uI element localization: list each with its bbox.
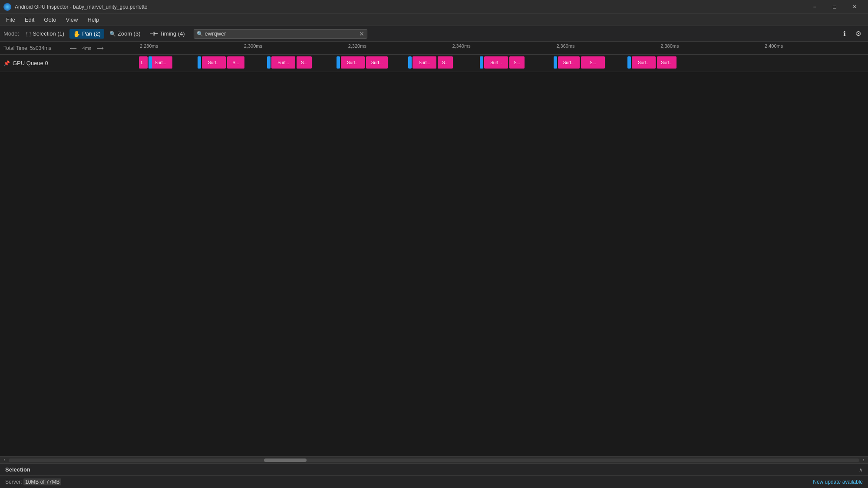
- scroll-thumb[interactable]: [264, 459, 307, 462]
- block-surf-8[interactable]: Surf...: [558, 56, 580, 69]
- block-surf-9[interactable]: Surf...: [632, 56, 656, 69]
- block-blue-5[interactable]: [408, 56, 412, 69]
- bottom-panel-title: Selection: [5, 466, 859, 473]
- gpu-queue-label: 📌 GPU Queue 0: [0, 60, 139, 66]
- block-blue-2[interactable]: [198, 56, 201, 69]
- block-s-2[interactable]: S...: [297, 56, 312, 69]
- block-surf-5[interactable]: Surf...: [366, 56, 388, 69]
- collapse-icon[interactable]: ∧: [859, 467, 863, 473]
- app-icon: [3, 3, 11, 11]
- tick-0: 2,280ms: [139, 42, 158, 54]
- server-label: Server:: [5, 479, 23, 485]
- menu-help[interactable]: Help: [83, 15, 104, 25]
- time-ruler: 2,280ms 2,300ms 2,320ms 2,340ms 2,360ms …: [139, 42, 868, 54]
- tick-4: 2,360ms: [555, 42, 574, 54]
- block-s-5[interactable]: S...: [581, 56, 605, 69]
- block-blue-4[interactable]: [337, 56, 340, 69]
- block-blue-1[interactable]: [149, 56, 152, 69]
- tick-5: 2,380ms: [660, 42, 679, 54]
- timeline-header: Total Time: 5s034ms ⟵ 4ms ⟶ 2,280ms 2,30…: [0, 42, 868, 55]
- scroll-right-button[interactable]: ›: [860, 457, 867, 464]
- gpu-queue-timeline[interactable]: f... Surf... Surf... S... Surf... S... S…: [139, 55, 868, 72]
- tick-2: 2,320ms: [347, 42, 366, 54]
- search-input[interactable]: [205, 30, 359, 37]
- block-surf-6[interactable]: Surf...: [413, 56, 436, 69]
- bottom-panel: Selection ∧ Server: 10MB of 77MB New upd…: [0, 463, 868, 488]
- toolbar: Mode: ⬚ Selection (1) ✋ Pan (2) 🔍 Zoom (…: [0, 26, 868, 42]
- zoom-mode-button[interactable]: 🔍 Zoom (3): [106, 29, 144, 38]
- block-blue-6[interactable]: [480, 56, 483, 69]
- selection-icon: ⬚: [26, 31, 31, 37]
- block-blue-8[interactable]: [627, 56, 631, 69]
- selection-mode-label: Selection (1): [33, 30, 64, 37]
- search-icon: 🔍: [197, 31, 203, 37]
- pan-mode-button[interactable]: ✋ Pan (2): [69, 29, 104, 39]
- menu-bar: File Edit Goto View Help: [0, 14, 868, 26]
- pan-icon: ✋: [73, 30, 80, 37]
- block-f[interactable]: f...: [139, 56, 148, 69]
- scroll-left-button[interactable]: ‹: [1, 457, 8, 464]
- menu-file[interactable]: File: [2, 15, 20, 25]
- gpu-queue-name: GPU Queue 0: [13, 60, 48, 66]
- timing-mode-label: Timing (4): [160, 30, 185, 37]
- close-button[interactable]: ✕: [845, 0, 865, 14]
- zoom-mode-label: Zoom (3): [118, 30, 141, 37]
- tick-3: 2,340ms: [451, 42, 470, 54]
- mode-label: Mode:: [3, 30, 19, 37]
- empty-area: [0, 72, 868, 456]
- window-controls: − □ ✕: [805, 0, 865, 14]
- maximize-button[interactable]: □: [825, 0, 845, 14]
- gpu-queue-row: 📌 GPU Queue 0 f... Surf... Surf... S... …: [0, 55, 868, 72]
- window-title: Android GPU Inspector - baby_marvel_unit…: [15, 4, 805, 10]
- tick-1: 2,300ms: [243, 42, 262, 54]
- info-button[interactable]: ℹ: [838, 28, 851, 40]
- main-content: 📌 GPU Queue 0 f... Surf... Surf... S... …: [0, 55, 868, 456]
- toolbar-right: ℹ ⚙: [838, 28, 865, 40]
- bottom-status-bar: Server: 10MB of 77MB New update availabl…: [0, 476, 868, 488]
- scale-label: ⟵ 4ms ⟶: [70, 46, 103, 51]
- search-box: 🔍 ✕: [194, 29, 367, 39]
- scrollbar-area: ‹ ›: [0, 456, 868, 463]
- block-blue-7[interactable]: [554, 56, 557, 69]
- block-surf-3[interactable]: Surf...: [271, 56, 295, 69]
- block-s-3[interactable]: S...: [438, 56, 453, 69]
- timing-mode-button[interactable]: ⊣⊢ Timing (4): [146, 29, 188, 38]
- menu-goto[interactable]: Goto: [40, 15, 60, 25]
- pin-icon[interactable]: 📌: [3, 60, 10, 66]
- update-link[interactable]: New update available: [813, 479, 863, 485]
- search-clear-button[interactable]: ✕: [359, 30, 364, 37]
- block-surf-4[interactable]: Surf...: [341, 56, 365, 69]
- menu-view[interactable]: View: [62, 15, 83, 25]
- selection-mode-button[interactable]: ⬚ Selection (1): [23, 29, 68, 38]
- total-time-label: Total Time: 5s034ms ⟵ 4ms ⟶: [0, 45, 139, 51]
- block-surf-1[interactable]: Surf...: [149, 56, 172, 69]
- settings-button[interactable]: ⚙: [852, 28, 865, 40]
- block-surf-2[interactable]: Surf...: [202, 56, 226, 69]
- block-s-1[interactable]: S...: [227, 56, 244, 69]
- block-surf-7[interactable]: Surf...: [484, 56, 508, 69]
- minimize-button[interactable]: −: [805, 0, 825, 14]
- pan-mode-label: Pan (2): [82, 30, 101, 37]
- block-s-4[interactable]: S...: [509, 56, 525, 69]
- tick-6: 2,400ms: [764, 42, 783, 54]
- server-value: 10MB of 77MB: [23, 478, 61, 485]
- title-bar: Android GPU Inspector - baby_marvel_unit…: [0, 0, 868, 14]
- zoom-icon: 🔍: [109, 31, 116, 37]
- block-surf-10[interactable]: Surf...: [657, 56, 677, 69]
- timing-icon: ⊣⊢: [149, 31, 158, 37]
- scroll-track[interactable]: [9, 459, 859, 462]
- menu-edit[interactable]: Edit: [20, 15, 39, 25]
- bottom-panel-header[interactable]: Selection ∧: [0, 464, 868, 476]
- block-blue-3[interactable]: [267, 56, 271, 69]
